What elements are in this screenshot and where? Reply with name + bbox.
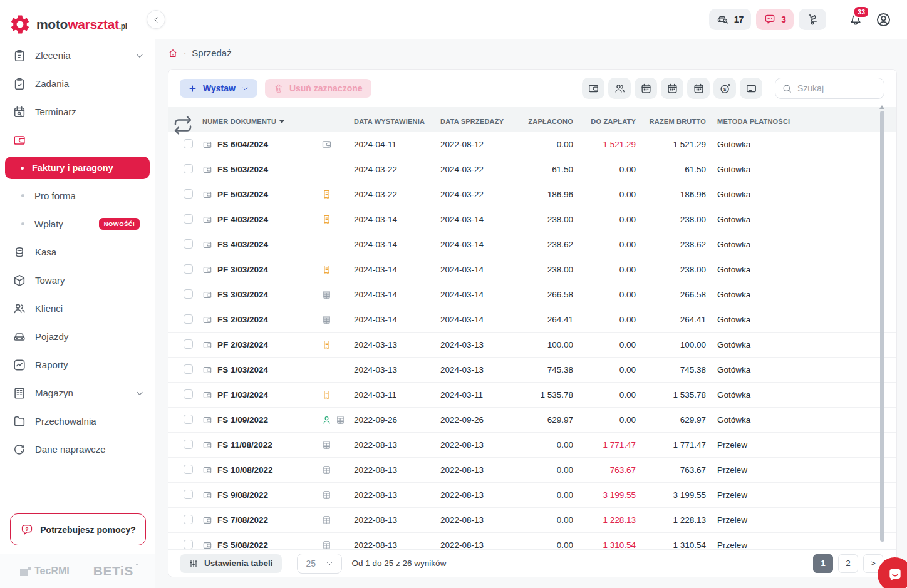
sidebar-item-pojazdy[interactable]: Pojazdy: [0, 322, 155, 351]
document-number[interactable]: PF 3/03/2024: [217, 265, 268, 274]
col-header-do-zaplaty[interactable]: DO ZAPŁATY: [577, 118, 640, 125]
scroll-up-arrow[interactable]: [879, 105, 884, 109]
col-header-data-wystawienia[interactable]: DATA WYSTAWIENIA: [350, 118, 437, 125]
sidebar-item-zlecenia[interactable]: Zlecenia: [0, 41, 155, 70]
row-checkbox[interactable]: [184, 139, 193, 148]
document-number[interactable]: FS 1/03/2024: [217, 365, 268, 374]
page-button-2[interactable]: 2: [838, 554, 858, 573]
table-row[interactable]: FS 5/08/20222022-08-132022-08-130.001 31…: [168, 533, 896, 550]
calendar-filter-2-button[interactable]: [661, 78, 683, 99]
col-header-data-sprzedazy[interactable]: DATA SPRZEDAŻY: [437, 118, 522, 125]
document-number[interactable]: FS 4/03/2024: [217, 240, 268, 249]
row-checkbox[interactable]: [184, 465, 193, 474]
sidebar-item-pro-forma[interactable]: Pro forma: [0, 182, 155, 210]
payment-filter-button[interactable]: $: [713, 78, 736, 99]
sidebar-collapse-button[interactable]: [147, 10, 165, 29]
document-number[interactable]: FS 11/08/2022: [217, 440, 272, 450]
calendar-filter-3-button[interactable]: [687, 78, 710, 99]
col-header-zaplacono[interactable]: ZAPŁACONO: [522, 118, 577, 125]
table-row[interactable]: PF 4/03/20242024-03-142024-03-14238.000.…: [168, 207, 896, 232]
document-number[interactable]: FS 9/08/2022: [217, 490, 268, 500]
sidebar-item-raporty[interactable]: Raporty: [0, 351, 155, 379]
row-checkbox[interactable]: [184, 164, 193, 173]
row-checkbox[interactable]: [184, 314, 193, 324]
table-row[interactable]: PF 1/03/20242024-03-112024-03-111 535.78…: [168, 383, 896, 408]
row-checkbox[interactable]: [184, 540, 193, 549]
col-header-numer-dokumentu[interactable]: NUMER DOKUMENTU: [197, 118, 318, 125]
col-header-razem-brutto[interactable]: RAZEM BRUTTO: [640, 118, 710, 125]
row-checkbox[interactable]: [184, 490, 193, 499]
table-row[interactable]: FS 5/03/20242024-03-222024-03-2261.500.0…: [168, 157, 896, 182]
table-row[interactable]: PF 2/03/20242024-03-132024-03-13100.000.…: [168, 333, 896, 358]
col-header-metoda-platnosci[interactable]: METODA PŁATNOŚCI: [710, 118, 816, 125]
table-settings-button[interactable]: Ustawienia tabeli: [180, 554, 282, 573]
sidebar-item-dane-naprawcze[interactable]: Dane naprawcze: [0, 435, 155, 463]
row-checkbox[interactable]: [184, 189, 193, 199]
document-number[interactable]: PF 1/03/2024: [217, 390, 268, 400]
document-number[interactable]: FS 3/03/2024: [217, 290, 268, 299]
sidebar-item-magazyn[interactable]: Magazyn: [0, 379, 155, 407]
table-row[interactable]: FS 1/03/20242024-03-132024-03-13745.380.…: [168, 358, 896, 383]
card-filter-button[interactable]: [740, 78, 762, 99]
row-checkbox[interactable]: [184, 289, 193, 299]
search-input[interactable]: [797, 83, 878, 93]
table-row[interactable]: FS 7/08/20222022-08-132022-08-130.001 22…: [168, 508, 896, 533]
help-button[interactable]: ? Potrzebujesz pomocy?: [10, 513, 146, 545]
document-number[interactable]: PF 5/03/2024: [217, 190, 268, 199]
sidebar-item-wpłaty[interactable]: WpłatyNOWOŚĆI: [0, 210, 155, 238]
row-checkbox[interactable]: [184, 214, 193, 224]
delete-selected-button[interactable]: Usuń zaznaczone: [265, 79, 371, 98]
table-row[interactable]: FS 2/03/20242024-03-142024-03-14264.410.…: [168, 307, 896, 333]
sidebar-item-sprzedaz-group[interactable]: [0, 126, 155, 154]
document-number[interactable]: FS 5/03/2024: [217, 165, 268, 174]
page-button-1[interactable]: 1: [813, 554, 833, 573]
row-checkbox[interactable]: [184, 440, 193, 449]
document-number[interactable]: PF 2/03/2024: [217, 340, 268, 349]
status-icons: [318, 314, 350, 325]
wallet-filter-button[interactable]: [582, 78, 604, 99]
clients-filter-button[interactable]: [608, 78, 631, 99]
document-number[interactable]: FS 1/09/2022: [217, 415, 268, 425]
sidebar-item-klienci[interactable]: Klienci: [0, 294, 155, 322]
table-row[interactable]: FS 11/08/20222022-08-132022-08-130.001 7…: [168, 433, 896, 458]
document-number[interactable]: FS 10/08/2022: [217, 465, 273, 475]
table-row[interactable]: FS 4/03/20242024-03-142024-03-14238.620.…: [168, 232, 896, 257]
table-scrollbar[interactable]: [880, 111, 884, 542]
notifications-button[interactable]: 33: [847, 11, 864, 28]
table-row[interactable]: FS 9/08/20222022-08-132022-08-130.003 19…: [168, 483, 896, 508]
sidebar-item-zadania[interactable]: Zadania: [0, 70, 155, 98]
chat-widget-button[interactable]: [878, 557, 907, 588]
calendar-filter-1-button[interactable]: [635, 78, 657, 99]
table-row[interactable]: PF 3/03/20242024-03-142024-03-14238.000.…: [168, 257, 896, 282]
sidebar-item-faktury-i-paragony[interactable]: Faktury i paragony: [5, 157, 150, 179]
messages-button[interactable]: 3: [756, 9, 794, 30]
sidebar-item-kasa[interactable]: Kasa: [0, 238, 155, 266]
table-row[interactable]: FS 3/03/20242024-03-142024-03-14266.580.…: [168, 282, 896, 307]
row-checkbox[interactable]: [184, 415, 193, 424]
row-checkbox[interactable]: [184, 339, 193, 349]
sidebar-item-towary[interactable]: Towary: [0, 266, 155, 294]
page-size-select[interactable]: 25: [297, 554, 342, 574]
sidebar-item-przechowalnia[interactable]: Przechowalnia: [0, 407, 155, 435]
document-number[interactable]: FS 2/03/2024: [217, 315, 268, 324]
issue-button[interactable]: Wystaw: [180, 79, 257, 98]
vehicle-search-button[interactable]: 17: [709, 9, 752, 30]
trolley-button[interactable]: [799, 9, 826, 30]
document-number[interactable]: FS 6/04/2024: [217, 140, 268, 149]
table-row[interactable]: PF 5/03/20242024-03-222024-03-22186.960.…: [168, 182, 896, 207]
document-number[interactable]: FS 5/08/2022: [217, 540, 268, 550]
home-icon[interactable]: [168, 48, 178, 58]
swap-order-icon[interactable]: [172, 115, 194, 136]
row-checkbox[interactable]: [184, 364, 193, 374]
table-row[interactable]: FS 6/04/20242024-04-112022-08-120.001 52…: [168, 132, 896, 157]
row-checkbox[interactable]: [184, 389, 193, 399]
row-checkbox[interactable]: [184, 264, 193, 274]
document-number[interactable]: FS 7/08/2022: [217, 515, 268, 525]
row-checkbox[interactable]: [184, 515, 193, 524]
row-checkbox[interactable]: [184, 239, 193, 249]
table-row[interactable]: FS 1/09/20222022-09-262022-09-26629.970.…: [168, 408, 896, 433]
table-row[interactable]: FS 10/08/20222022-08-132022-08-130.00763…: [168, 458, 896, 483]
document-number[interactable]: PF 4/03/2024: [217, 215, 268, 224]
account-button[interactable]: [875, 11, 892, 28]
sidebar-item-terminarz[interactable]: Terminarz: [0, 98, 155, 126]
